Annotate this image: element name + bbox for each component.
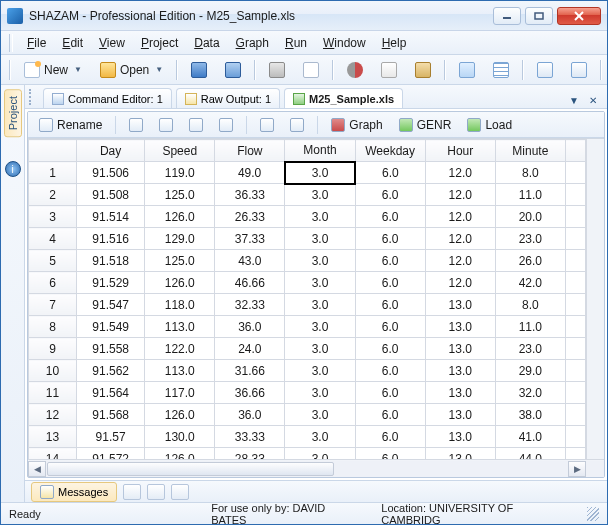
cell[interactable]: 11.0 — [495, 316, 565, 338]
save-all-button[interactable] — [218, 59, 248, 81]
menu-run[interactable]: Run — [277, 34, 315, 52]
graph-button[interactable]: Graph — [326, 115, 387, 135]
layout-2-button[interactable] — [564, 59, 594, 81]
cell[interactable]: 13.0 — [425, 382, 495, 404]
cell[interactable]: 6.0 — [355, 338, 425, 360]
cell[interactable]: 91.514 — [77, 206, 145, 228]
corner-cell[interactable] — [29, 140, 77, 162]
menu-edit[interactable]: Edit — [54, 34, 91, 52]
cell[interactable]: 42.0 — [495, 272, 565, 294]
print-preview-button[interactable] — [296, 59, 326, 81]
cell[interactable]: 6.0 — [355, 382, 425, 404]
menu-graph[interactable]: Graph — [228, 34, 277, 52]
paste-button[interactable] — [408, 59, 438, 81]
cell[interactable]: 36.66 — [215, 382, 285, 404]
cell[interactable]: 33.33 — [215, 426, 285, 448]
cell[interactable]: 91.558 — [77, 338, 145, 360]
print-button[interactable] — [262, 59, 292, 81]
cell[interactable]: 91.506 — [77, 162, 145, 184]
cell[interactable]: 3.0 — [285, 162, 355, 184]
cell[interactable]: 6.0 — [355, 294, 425, 316]
messages-tab[interactable]: Messages — [31, 482, 117, 502]
cell[interactable]: 13.0 — [425, 448, 495, 460]
menu-help[interactable]: Help — [374, 34, 415, 52]
cell[interactable]: 36.0 — [215, 404, 285, 426]
column-header[interactable]: Minute — [495, 140, 565, 162]
row-header[interactable]: 4 — [29, 228, 77, 250]
cell[interactable]: 13.0 — [425, 294, 495, 316]
menu-project[interactable]: Project — [133, 34, 186, 52]
open-button[interactable]: Open▼ — [93, 59, 170, 81]
cell[interactable]: 6.0 — [355, 316, 425, 338]
row-header[interactable]: 8 — [29, 316, 77, 338]
rename-button[interactable]: Rename — [34, 115, 107, 135]
cell[interactable]: 32.0 — [495, 382, 565, 404]
cell[interactable]: 13.0 — [425, 316, 495, 338]
cell[interactable]: 126.0 — [145, 206, 215, 228]
cell[interactable]: 6.0 — [355, 272, 425, 294]
row-header[interactable]: 9 — [29, 338, 77, 360]
move-left-button[interactable] — [154, 115, 178, 135]
cell[interactable]: 26.0 — [495, 250, 565, 272]
cell[interactable]: 13.0 — [425, 426, 495, 448]
cell[interactable]: 3.0 — [285, 250, 355, 272]
cell[interactable]: 118.0 — [145, 294, 215, 316]
cut-button[interactable] — [340, 59, 370, 81]
genr-button[interactable]: GENR — [394, 115, 457, 135]
cell[interactable]: 8.0 — [495, 294, 565, 316]
column-header[interactable]: Hour — [425, 140, 495, 162]
cell[interactable]: 3.0 — [285, 338, 355, 360]
cell[interactable]: 3.0 — [285, 360, 355, 382]
scroll-thumb[interactable] — [47, 462, 334, 476]
cell[interactable]: 126.0 — [145, 272, 215, 294]
move-last-button[interactable] — [214, 115, 238, 135]
bottom-extra-2[interactable] — [147, 484, 165, 500]
row-header[interactable]: 11 — [29, 382, 77, 404]
tab-raw-output[interactable]: Raw Output: 1 — [176, 88, 280, 108]
cell[interactable]: 122.0 — [145, 338, 215, 360]
cell[interactable]: 91.57 — [77, 426, 145, 448]
cell[interactable]: 6.0 — [355, 426, 425, 448]
cell[interactable]: 91.508 — [77, 184, 145, 206]
cell[interactable]: 3.0 — [285, 404, 355, 426]
menu-file[interactable]: File — [19, 34, 54, 52]
cell[interactable]: 29.0 — [495, 360, 565, 382]
cell[interactable]: 12.0 — [425, 272, 495, 294]
cell[interactable]: 91.562 — [77, 360, 145, 382]
cell[interactable]: 91.549 — [77, 316, 145, 338]
cell[interactable]: 91.518 — [77, 250, 145, 272]
column-header[interactable]: Weekday — [355, 140, 425, 162]
bottom-extra-1[interactable] — [123, 484, 141, 500]
row-header[interactable]: 5 — [29, 250, 77, 272]
cell[interactable]: 3.0 — [285, 184, 355, 206]
cell[interactable]: 46.66 — [215, 272, 285, 294]
cell[interactable]: 113.0 — [145, 360, 215, 382]
cell[interactable]: 3.0 — [285, 294, 355, 316]
cell[interactable]: 3.0 — [285, 272, 355, 294]
menu-data[interactable]: Data — [186, 34, 227, 52]
row-header[interactable]: 6 — [29, 272, 77, 294]
close-button[interactable] — [557, 7, 601, 25]
cell[interactable]: 13.0 — [425, 338, 495, 360]
copy-button[interactable] — [374, 59, 404, 81]
cell[interactable]: 3.0 — [285, 228, 355, 250]
cell[interactable]: 91.529 — [77, 272, 145, 294]
sort-button[interactable] — [285, 115, 309, 135]
filter-button[interactable] — [255, 115, 279, 135]
cell[interactable]: 44.0 — [495, 448, 565, 460]
cell[interactable]: 12.0 — [425, 228, 495, 250]
row-header[interactable]: 12 — [29, 404, 77, 426]
cell[interactable]: 36.33 — [215, 184, 285, 206]
cell[interactable]: 12.0 — [425, 162, 495, 184]
cell[interactable]: 6.0 — [355, 448, 425, 460]
tab-spreadsheet[interactable]: M25_Sample.xls — [284, 88, 403, 108]
move-right-button[interactable] — [184, 115, 208, 135]
cell[interactable]: 49.0 — [215, 162, 285, 184]
tab-command-editor[interactable]: Command Editor: 1 — [43, 88, 172, 108]
cell[interactable]: 91.516 — [77, 228, 145, 250]
side-tab-project[interactable]: Project — [4, 89, 22, 137]
save-button[interactable] — [184, 59, 214, 81]
maximize-button[interactable] — [525, 7, 553, 25]
cell[interactable]: 119.0 — [145, 162, 215, 184]
cell[interactable]: 32.33 — [215, 294, 285, 316]
